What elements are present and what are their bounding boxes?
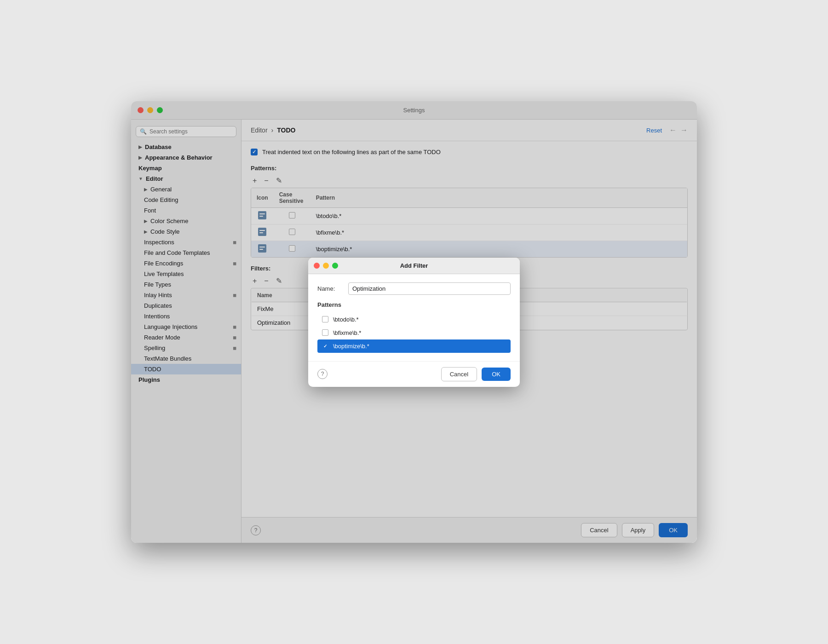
modal-body: Name: Patterns \btodo\b.* \bfixme\b.* [308, 274, 520, 361]
settings-window: Settings 🔍 ▶ Database ▶ Appearance & Beh… [131, 101, 697, 543]
modal-minimize-button[interactable] [323, 263, 329, 269]
name-input[interactable] [348, 282, 511, 295]
pattern-item-todo[interactable]: \btodo\b.* [317, 313, 511, 326]
optimize-checkbox[interactable] [322, 343, 328, 349]
modal-close-button[interactable] [314, 263, 320, 269]
modal-help-button[interactable]: ? [317, 369, 328, 379]
modal-titlebar: Add Filter [308, 258, 520, 274]
modal-overlay: Add Filter Name: Patterns \btodo\b.* \bf… [131, 101, 697, 543]
modal-ok-button[interactable]: OK [482, 368, 511, 381]
todo-checkbox[interactable] [322, 316, 328, 322]
name-label: Name: [317, 285, 343, 292]
modal-title: Add Filter [400, 262, 428, 269]
pattern-item-fixme[interactable]: \bfixme\b.* [317, 326, 511, 339]
add-filter-modal: Add Filter Name: Patterns \btodo\b.* \bf… [308, 258, 520, 387]
modal-window-controls [314, 263, 338, 269]
modal-footer: ? Cancel OK [308, 361, 520, 387]
modal-maximize-button[interactable] [332, 263, 338, 269]
pattern-label-fixme: \bfixme\b.* [333, 329, 361, 336]
modal-cancel-button[interactable]: Cancel [441, 367, 477, 381]
pattern-item-optimize[interactable]: \boptimize\b.* [317, 339, 511, 353]
modal-patterns-list: \btodo\b.* \bfixme\b.* \boptimize\b.* [317, 313, 511, 353]
modal-patterns-label: Patterns [317, 301, 511, 308]
fixme-checkbox[interactable] [322, 329, 328, 336]
name-form-row: Name: [317, 282, 511, 295]
pattern-label-todo: \btodo\b.* [333, 316, 359, 323]
pattern-label-optimize: \boptimize\b.* [333, 343, 369, 350]
